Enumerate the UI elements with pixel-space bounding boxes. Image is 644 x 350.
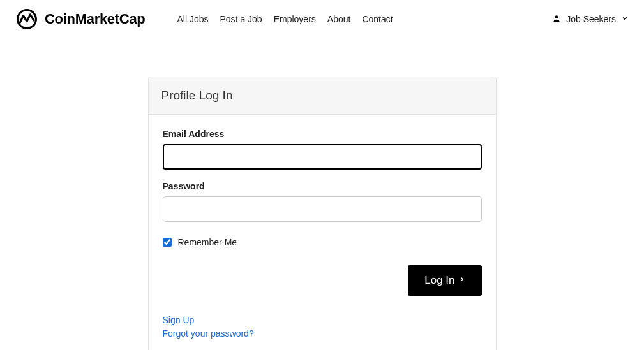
email-field[interactable] [163,144,482,170]
nav-employers[interactable]: Employers [274,14,316,24]
user-icon [552,14,561,25]
svg-point-1 [555,15,558,18]
chevron-right-icon [459,274,465,287]
nav-all-jobs[interactable]: All Jobs [177,14,208,24]
password-field[interactable] [163,196,482,222]
login-card: Profile Log In Email Address Password Re… [148,77,497,350]
password-group: Password [163,181,482,222]
login-button[interactable]: Log In [408,265,481,296]
chevron-down-icon [621,14,629,24]
remember-me-checkbox[interactable] [163,238,172,247]
card-title: Profile Log In [149,77,496,115]
nav-post-a-job[interactable]: Post a Job [220,14,262,24]
header-left: CoinMarketCap All Jobs Post a Job Employ… [15,8,393,31]
primary-nav: All Jobs Post a Job Employers About Cont… [177,14,393,24]
login-button-label: Log In [424,274,454,287]
auth-links: Sign Up Forgot your password? [163,314,482,340]
email-label: Email Address [163,129,482,139]
signup-link[interactable]: Sign Up [163,314,482,327]
password-label: Password [163,181,482,191]
user-menu-label: Job Seekers [566,14,616,24]
email-group: Email Address [163,129,482,170]
button-row: Log In [163,265,482,296]
logo-text: CoinMarketCap [45,11,145,27]
nav-contact[interactable]: Contact [362,14,393,24]
user-menu[interactable]: Job Seekers [552,14,629,25]
header: CoinMarketCap All Jobs Post a Job Employ… [0,0,644,38]
nav-about[interactable]: About [327,14,351,24]
card-body: Email Address Password Remember Me Log I… [149,115,496,350]
coinmarketcap-logo-icon [15,8,38,31]
remember-me-label: Remember Me [178,237,237,247]
forgot-password-link[interactable]: Forgot your password? [163,327,482,340]
remember-me-row: Remember Me [163,237,482,247]
logo[interactable]: CoinMarketCap [15,8,145,31]
